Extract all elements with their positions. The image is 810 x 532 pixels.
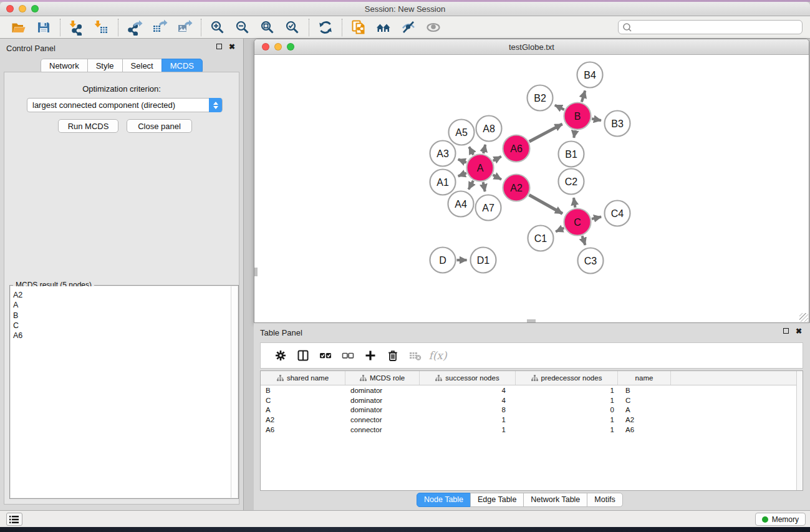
column-header-MCDS-role[interactable]: MCDS role bbox=[345, 371, 420, 385]
table-cell: A2 bbox=[261, 416, 345, 423]
graph-edge-C-C3[interactable] bbox=[582, 236, 586, 245]
status-bar: Memory bbox=[0, 510, 810, 527]
canvas-left-handle[interactable] bbox=[254, 268, 258, 276]
zoom-fit-icon bbox=[259, 19, 276, 36]
zoom-in-button[interactable] bbox=[205, 17, 230, 37]
zoom-selected-button[interactable] bbox=[280, 17, 305, 37]
graph-edge-A-A7[interactable] bbox=[483, 182, 485, 191]
control-panel: Control Panel ✖ NetworkStyleSelectMCDS O… bbox=[0, 39, 244, 510]
add-column-button[interactable] bbox=[359, 345, 382, 366]
graph-node-label-A5: A5 bbox=[455, 127, 468, 138]
table-row-B[interactable]: Bdominator41B bbox=[261, 385, 803, 395]
zoom-window-button[interactable] bbox=[31, 5, 39, 12]
graph-edge-A-A4[interactable] bbox=[468, 181, 473, 190]
save-session-button[interactable] bbox=[31, 17, 56, 37]
open-session-button[interactable] bbox=[6, 17, 31, 37]
graph-edge-B-B4[interactable] bbox=[582, 90, 585, 102]
graph-edge-A-A1[interactable] bbox=[458, 173, 466, 176]
zoom-out-button[interactable] bbox=[230, 17, 255, 37]
close-panel-button[interactable]: ✖ bbox=[229, 44, 235, 50]
mcds-result-item[interactable]: A bbox=[13, 300, 231, 310]
graph-node-label-B4: B4 bbox=[584, 70, 596, 80]
import-network-button[interactable] bbox=[64, 17, 89, 37]
refresh-button[interactable] bbox=[313, 17, 338, 37]
float-panel-button[interactable] bbox=[216, 44, 222, 49]
table-scrollbar[interactable] bbox=[796, 371, 803, 490]
close-window-button[interactable] bbox=[6, 5, 14, 12]
canvas-bottom-handle[interactable] bbox=[527, 319, 536, 322]
mcds-result-list: A2ABCA6 bbox=[11, 286, 231, 498]
column-header-successor-nodes[interactable]: successor nodes bbox=[420, 371, 516, 385]
tab-edge-table[interactable]: Edge Table bbox=[470, 493, 524, 507]
close-icon: ✖ bbox=[796, 328, 802, 334]
show-panels-menu-button[interactable] bbox=[6, 513, 22, 526]
column-header-name[interactable]: name bbox=[618, 371, 671, 385]
show-graphics-details-button[interactable] bbox=[421, 17, 446, 37]
export-network-button[interactable] bbox=[122, 17, 147, 37]
mcds-result-item[interactable]: A6 bbox=[13, 331, 231, 341]
zoom-network-window-button[interactable] bbox=[287, 43, 294, 51]
graph-edge-A2-C[interactable] bbox=[529, 195, 562, 214]
table-cell: 1 bbox=[420, 426, 516, 433]
optimization-criterion-label: Optimization criterion: bbox=[4, 84, 239, 94]
graph-edge-C-C1[interactable] bbox=[556, 228, 564, 231]
close-network-window-button[interactable] bbox=[262, 43, 269, 51]
close-table-panel-button[interactable]: ✖ bbox=[796, 328, 802, 334]
graph-node-label-B1: B1 bbox=[565, 149, 577, 160]
close-panel-action-button[interactable]: Close panel bbox=[127, 119, 192, 133]
column-header-shared-name[interactable]: shared name bbox=[261, 371, 345, 385]
result-scrollbar[interactable] bbox=[231, 286, 238, 498]
zoom-fit-button[interactable] bbox=[255, 17, 280, 37]
select-stepper-icon bbox=[209, 98, 222, 112]
first-neighbors-button[interactable] bbox=[371, 17, 396, 37]
network-canvas[interactable]: B4B2BB3A8A5A6A3B1AC2A1A2A4A7C4CC1DD1C3 bbox=[254, 55, 809, 322]
minimize-window-button[interactable] bbox=[19, 5, 26, 12]
tab-motifs[interactable]: Motifs bbox=[587, 493, 622, 507]
graph-edge-A-A6[interactable] bbox=[493, 157, 501, 161]
unselect-all-columns-button[interactable] bbox=[337, 345, 359, 366]
export-table-button[interactable] bbox=[147, 17, 172, 37]
toolbar-separator bbox=[342, 19, 342, 36]
table-row-A2[interactable]: A2connector11A2 bbox=[261, 415, 803, 425]
import-network-icon bbox=[69, 19, 85, 36]
hide-selected-button[interactable] bbox=[396, 17, 421, 37]
graph-edge-B-B2[interactable] bbox=[555, 105, 564, 110]
select-all-columns-button[interactable] bbox=[314, 345, 337, 366]
search-input[interactable] bbox=[618, 20, 803, 34]
graph-edge-C-C2[interactable] bbox=[574, 198, 575, 208]
graph-edge-A-A5[interactable] bbox=[469, 147, 473, 155]
import-table-button[interactable] bbox=[89, 17, 114, 37]
optimization-criterion-select[interactable]: largest connected component (directed) bbox=[27, 98, 223, 112]
graph-node-label-A6: A6 bbox=[510, 143, 523, 154]
column-label: predecessor nodes bbox=[541, 374, 602, 382]
table-panel-tabs: Node TableEdge TableNetwork TableMotifs bbox=[417, 493, 623, 507]
table-body: Bdominator41BCdominator41CAdominator80AA… bbox=[261, 385, 803, 435]
export-image-button[interactable] bbox=[172, 17, 197, 37]
run-mcds-button[interactable]: Run MCDS bbox=[58, 119, 118, 133]
table-row-C[interactable]: Cdominator41C bbox=[261, 395, 803, 405]
delete-column-button[interactable] bbox=[382, 345, 404, 366]
graph-edge-A-A3[interactable] bbox=[458, 159, 466, 162]
table-row-A6[interactable]: A6connector11A6 bbox=[261, 425, 803, 435]
graph-edge-B-B1[interactable] bbox=[574, 130, 575, 138]
new-network-from-selection-button[interactable] bbox=[346, 17, 371, 37]
graph-edge-C-C4[interactable] bbox=[592, 217, 601, 219]
mcds-result-item[interactable]: B bbox=[13, 311, 231, 321]
graph-edge-B-B3[interactable] bbox=[592, 118, 601, 120]
window-resize-grip[interactable] bbox=[799, 313, 808, 322]
minimize-network-window-button[interactable] bbox=[274, 43, 282, 51]
graph-edge-A6-B[interactable] bbox=[529, 124, 562, 142]
graph-edge-A-A2[interactable] bbox=[493, 175, 501, 179]
tab-node-table[interactable]: Node Table bbox=[417, 493, 471, 507]
table-settings-button[interactable] bbox=[269, 345, 292, 366]
table-row-A[interactable]: Adominator80A bbox=[261, 405, 803, 415]
tab-network-table[interactable]: Network Table bbox=[523, 493, 587, 507]
split-view-button[interactable] bbox=[292, 345, 314, 366]
mcds-result-item[interactable]: A2 bbox=[13, 290, 231, 300]
column-header-predecessor-nodes[interactable]: predecessor nodes bbox=[516, 371, 618, 385]
mcds-result-item[interactable]: C bbox=[13, 321, 231, 331]
table-cell: A6 bbox=[618, 426, 671, 433]
graph-edge-A-A8[interactable] bbox=[483, 145, 485, 153]
float-table-panel-button[interactable] bbox=[783, 328, 789, 334]
memory-button[interactable]: Memory bbox=[755, 513, 806, 526]
